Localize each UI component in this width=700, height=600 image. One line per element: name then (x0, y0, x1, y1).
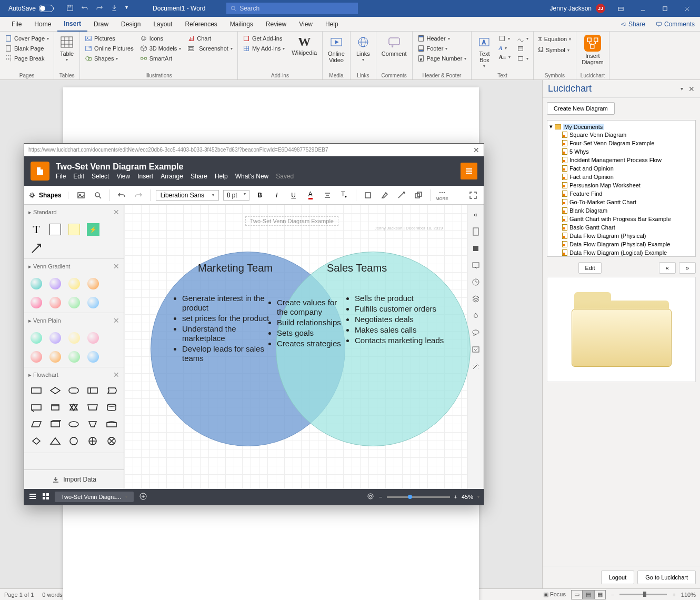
zoom-level[interactable]: 110% (681, 592, 696, 598)
object-icon[interactable]: ▾ (514, 54, 531, 63)
align-icon[interactable] (321, 189, 334, 202)
flowchart-shape[interactable] (29, 384, 43, 397)
equation-button[interactable]: πEquation▾ (536, 34, 574, 44)
section-close-icon[interactable]: ✕ (113, 262, 119, 271)
close-editor-icon[interactable]: ✕ (473, 146, 479, 154)
comment-button[interactable]: Comment (378, 34, 410, 58)
tab-view[interactable]: View (293, 17, 319, 32)
shape-options-icon[interactable] (412, 189, 425, 202)
search-input[interactable] (239, 5, 354, 12)
flowchart-shape[interactable] (105, 417, 118, 431)
venn-color-shape[interactable] (67, 296, 81, 309)
flowchart-shape[interactable] (29, 401, 43, 414)
shapes-button[interactable]: Shapes▾ (82, 54, 136, 63)
icons-button[interactable]: Icons (137, 34, 184, 43)
text-shape[interactable]: T (29, 223, 43, 236)
page-break-button[interactable]: Page Break (2, 54, 52, 63)
zoom-value[interactable]: 45% (462, 494, 473, 500)
history-icon[interactable] (471, 277, 481, 287)
note-shape[interactable] (67, 223, 81, 236)
panel-close-icon[interactable]: ✕ (688, 85, 695, 93)
menu-help[interactable]: Help (215, 173, 228, 180)
online-pictures-button[interactable]: Online Pictures (82, 44, 136, 53)
links-button[interactable]: Links▾ (353, 34, 374, 64)
tab-insert[interactable]: Insert (57, 17, 87, 32)
comments-button[interactable]: Comments (651, 21, 700, 28)
redo-icon[interactable] (132, 189, 145, 202)
zoom-out-icon[interactable]: − (611, 592, 614, 598)
tree-item[interactable]: Fact and Opinion (548, 173, 694, 181)
venn-color-shape[interactable] (48, 350, 62, 364)
flowchart-shape[interactable] (105, 434, 118, 448)
touch-mode-icon[interactable] (111, 4, 118, 13)
search-shapes-icon[interactable] (92, 189, 104, 202)
chat-icon[interactable] (471, 328, 481, 337)
flowchart-shape[interactable] (48, 384, 62, 397)
flowchart-shape[interactable] (86, 417, 99, 431)
text-box-button[interactable]: AText Box▾ (474, 34, 495, 70)
checklist-icon[interactable] (471, 345, 481, 354)
present-icon[interactable] (471, 261, 481, 270)
prev-page-button[interactable]: « (659, 262, 676, 274)
venn-color-shape[interactable] (48, 296, 62, 309)
venn-color-shape[interactable] (86, 350, 100, 364)
menu-insert[interactable]: Insert (137, 173, 153, 180)
share-button[interactable]: Share (615, 21, 651, 28)
tree-item[interactable]: 5 Whys (548, 147, 694, 156)
maximize-icon[interactable] (654, 0, 676, 17)
venn-color-shape[interactable] (29, 350, 43, 364)
text-color-icon[interactable]: A (304, 189, 317, 202)
save-icon[interactable] (66, 4, 74, 13)
undo-icon[interactable] (81, 4, 88, 13)
header-button[interactable]: Header▾ (415, 34, 469, 43)
tree-item[interactable]: Data Flow Diagram (Physical) Example (548, 240, 694, 248)
view-buttons[interactable]: ▭ ▤ ▦ (571, 590, 606, 599)
left-label[interactable]: Marketing Team (198, 262, 273, 274)
venn-color-shape[interactable] (48, 277, 62, 291)
layers-icon[interactable] (471, 244, 481, 253)
lucidchart-logo-icon[interactable] (31, 162, 49, 181)
create-diagram-button[interactable]: Create New Diagram (547, 102, 615, 115)
next-page-button[interactable]: » (679, 262, 696, 274)
zoom-fit-icon[interactable] (366, 492, 375, 502)
section-close-icon[interactable]: ✕ (113, 208, 119, 216)
zoom-slider[interactable] (387, 496, 450, 498)
venn-color-shape[interactable] (86, 331, 100, 345)
tab-review[interactable]: Review (259, 17, 293, 32)
footer-button[interactable]: Footer▾ (415, 44, 469, 53)
rect-shape[interactable] (48, 223, 62, 236)
symbol-button[interactable]: ΩSymbol▾ (536, 45, 574, 55)
close-icon[interactable] (676, 0, 698, 17)
flowchart-shape[interactable] (48, 434, 62, 448)
venn-color-shape[interactable] (48, 331, 62, 345)
section-close-icon[interactable]: ✕ (113, 316, 119, 325)
tree-item[interactable]: Square Venn Diagram (548, 131, 694, 139)
tree-item[interactable]: Blank Diagram (548, 206, 694, 215)
menu-whatsnew[interactable]: What's New (235, 173, 269, 180)
smartart-button[interactable]: SmartArt (137, 54, 184, 63)
flowchart-shape[interactable] (86, 401, 99, 414)
stack-icon[interactable] (471, 294, 481, 304)
diagram-title[interactable]: Two-Set Venn Diagram Example (56, 162, 294, 172)
flowchart-shape[interactable] (29, 417, 43, 431)
tab-help[interactable]: Help (319, 17, 345, 32)
flowchart-shape[interactable] (29, 434, 43, 448)
tab-design[interactable]: Design (115, 17, 147, 32)
diagram-canvas[interactable]: Two-Set Venn Diagram Example Jenny Jacks… (124, 205, 467, 489)
tree-item[interactable]: Data Flow Diagram (Physical) (548, 232, 694, 240)
right-list[interactable]: Sells the productFulfills customer order… (345, 294, 451, 346)
venn-color-shape[interactable] (67, 350, 81, 364)
tree-item[interactable]: Incident Management Process Flow (548, 156, 694, 164)
hamburger-icon[interactable] (461, 163, 477, 179)
go-to-lucidchart-button[interactable]: Go to Lucidchart (637, 571, 696, 584)
online-video-button[interactable]: Online Video (325, 34, 348, 64)
venn-color-shape[interactable] (29, 331, 43, 345)
chart-button[interactable]: Chart (185, 34, 235, 43)
tree-item[interactable]: Persuasion Map Worksheet (548, 181, 694, 189)
zoom-slider[interactable] (619, 594, 667, 595)
collapse-icon[interactable]: « (471, 210, 481, 219)
flowchart-shape[interactable] (48, 401, 62, 414)
tab-references[interactable]: References (178, 17, 223, 32)
menu-share[interactable]: Share (191, 173, 207, 180)
flowchart-shape[interactable] (86, 384, 99, 397)
